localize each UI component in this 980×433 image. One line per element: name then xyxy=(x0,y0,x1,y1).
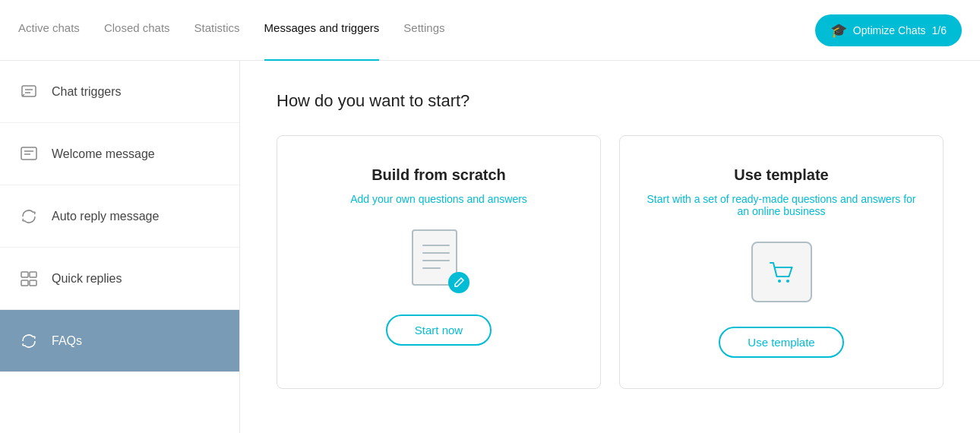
sidebar-item-welcome-message[interactable]: Welcome message xyxy=(0,123,239,185)
build-from-scratch-card[interactable]: Build from scratch Add your own question… xyxy=(277,135,601,389)
optimize-chats-button[interactable]: 🎓 Optimize Chats 1/6 xyxy=(815,14,962,46)
tab-settings[interactable]: Settings xyxy=(403,0,444,61)
faqs-icon xyxy=(18,330,40,352)
sidebar-item-chat-triggers[interactable]: Chat triggers xyxy=(0,61,239,123)
sidebar-label-welcome-message: Welcome message xyxy=(52,147,155,161)
svg-rect-9 xyxy=(30,280,36,286)
sidebar-label-auto-reply: Auto reply message xyxy=(52,210,159,223)
sidebar-label-quick-replies: Quick replies xyxy=(52,272,122,286)
sidebar-label-faqs: FAQs xyxy=(52,334,82,348)
quick-replies-icon xyxy=(18,268,40,289)
svg-rect-6 xyxy=(21,272,28,277)
sidebar-item-quick-replies[interactable]: Quick replies xyxy=(0,248,239,310)
optimize-btn-label: Optimize Chats xyxy=(853,24,926,36)
auto-reply-icon xyxy=(18,206,40,227)
svg-point-11 xyxy=(786,280,789,283)
sidebar-item-faqs[interactable]: FAQs xyxy=(0,310,239,372)
use-template-card[interactable]: Use template Start with a set of ready-m… xyxy=(619,135,944,389)
svg-rect-8 xyxy=(21,280,28,286)
page-title: How do you want to start? xyxy=(277,91,944,111)
hat-icon: 🎓 xyxy=(830,22,847,39)
tab-messages-triggers[interactable]: Messages and triggers xyxy=(264,0,380,61)
cards-row: Build from scratch Add your own question… xyxy=(277,135,944,389)
main-layout: Chat triggers Welcome message xyxy=(0,61,980,433)
sidebar-label-chat-triggers: Chat triggers xyxy=(52,85,122,99)
svg-rect-3 xyxy=(21,147,36,160)
svg-point-10 xyxy=(778,280,781,283)
build-from-scratch-desc: Add your own questions and answers xyxy=(350,193,527,205)
tab-statistics[interactable]: Statistics xyxy=(194,0,240,61)
optimize-btn-count: 1/6 xyxy=(932,24,947,36)
chat-triggers-icon xyxy=(18,81,40,103)
svg-rect-7 xyxy=(30,272,36,277)
use-template-desc: Start with a set of ready-made questions… xyxy=(644,193,918,217)
tab-closed-chats[interactable]: Closed chats xyxy=(104,0,170,61)
top-nav: Active chats Closed chats Statistics Mes… xyxy=(0,0,980,61)
use-template-button[interactable]: Use template xyxy=(719,327,843,358)
start-now-button[interactable]: Start now xyxy=(386,314,492,346)
tab-active-chats[interactable]: Active chats xyxy=(18,0,80,61)
build-from-scratch-title: Build from scratch xyxy=(371,166,506,184)
use-template-title: Use template xyxy=(734,166,829,184)
cart-icon xyxy=(751,242,812,302)
content-area: How do you want to start? Build from scr… xyxy=(240,61,980,433)
nav-tabs: Active chats Closed chats Statistics Mes… xyxy=(18,0,815,61)
sidebar-item-auto-reply[interactable]: Auto reply message xyxy=(0,185,239,248)
sidebar: Chat triggers Welcome message xyxy=(0,61,240,433)
welcome-message-icon xyxy=(18,144,40,165)
document-icon xyxy=(412,229,466,290)
